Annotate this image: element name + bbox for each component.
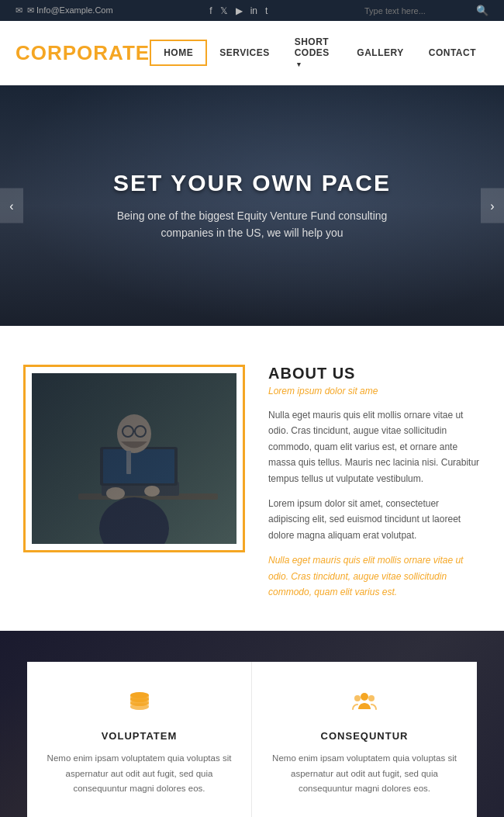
svg-rect-3 bbox=[102, 482, 179, 496]
search-input[interactable] bbox=[364, 6, 471, 16]
twitter-icon[interactable]: 𝕏 bbox=[220, 5, 228, 16]
svg-rect-2 bbox=[78, 493, 218, 500]
svg-rect-5 bbox=[103, 449, 174, 483]
about-image-frame bbox=[23, 365, 245, 552]
users-icon bbox=[271, 689, 457, 719]
feature-desc-1: Nemo enim ipsam voluptatem quia voluptas… bbox=[47, 751, 232, 797]
hero-content: SET YOUR OWN PACE Being one of the bigge… bbox=[50, 170, 454, 242]
about-subtitle: Lorem ipsum dolor sit ame bbox=[268, 386, 481, 396]
nav-gallery[interactable]: GALLERY bbox=[344, 41, 416, 64]
hero-title: SET YOUR OWN PACE bbox=[97, 170, 407, 196]
top-bar-email: ✉ ✉ Info@Example.Com bbox=[16, 5, 113, 16]
facebook-icon[interactable]: f bbox=[209, 5, 212, 16]
logo: CORPORATE bbox=[16, 41, 150, 65]
svg-point-17 bbox=[130, 704, 149, 710]
about-image bbox=[32, 373, 236, 544]
feature-desc-2: Nemo enim ipsam voluptatem quia voluptas… bbox=[271, 751, 457, 797]
feature-title-1: VOLUPTATEM bbox=[47, 730, 232, 742]
features-section: VOLUPTATEM Nemo enim ipsam voluptatem qu… bbox=[0, 631, 504, 817]
svg-rect-4 bbox=[100, 447, 178, 486]
svg-point-6 bbox=[99, 497, 169, 544]
nav-services[interactable]: SERVICES bbox=[207, 41, 281, 64]
about-heading: ABOUT US bbox=[268, 365, 481, 383]
svg-point-19 bbox=[354, 695, 361, 701]
svg-rect-1 bbox=[32, 373, 236, 544]
about-section: ABOUT US Lorem ipsum dolor sit ame Nulla… bbox=[0, 326, 504, 631]
svg-point-10 bbox=[144, 486, 160, 497]
nav-contact[interactable]: CONTACT bbox=[416, 41, 488, 64]
social-links: f 𝕏 ▶ in t bbox=[209, 5, 268, 16]
about-para-italic: Nulla eget mauris quis elit mollis ornar… bbox=[268, 552, 481, 600]
email-icon: ✉ bbox=[16, 5, 22, 16]
hero-subtitle: Being one of the biggest Equity Venture … bbox=[97, 207, 407, 242]
tumblr-icon[interactable]: t bbox=[265, 5, 268, 16]
about-para-1: Nulla eget mauris quis elit mollis ornar… bbox=[268, 407, 481, 486]
email-text: ✉ Info@Example.Com bbox=[27, 5, 113, 16]
feature-title-2: CONSEQUNTUR bbox=[271, 730, 457, 742]
feature-voluptatem: VOLUPTATEM Nemo enim ipsam voluptatem qu… bbox=[27, 662, 252, 817]
chevron-down-icon: ▾ bbox=[297, 61, 302, 68]
header: CORPORATE HOME SERVICES SHORT CODES ▾ GA… bbox=[0, 21, 504, 85]
hero-next-button[interactable]: › bbox=[481, 189, 504, 223]
svg-point-9 bbox=[106, 487, 125, 500]
search-bar[interactable]: 🔍 bbox=[364, 5, 488, 16]
svg-point-20 bbox=[368, 695, 375, 701]
hero-section: ‹ SET YOUR OWN PACE Being one of the big… bbox=[0, 85, 504, 326]
svg-point-18 bbox=[361, 693, 368, 701]
about-photo bbox=[32, 373, 236, 544]
svg-rect-0 bbox=[32, 373, 236, 544]
main-nav: HOME SERVICES SHORT CODES ▾ GALLERY CONT… bbox=[150, 30, 488, 75]
about-para-2: Lorem ipsum dolor sit amet, consectetuer… bbox=[268, 496, 481, 543]
svg-point-7 bbox=[117, 414, 151, 453]
svg-point-12 bbox=[135, 426, 146, 437]
search-icon[interactable]: 🔍 bbox=[476, 5, 488, 16]
top-bar: ✉ ✉ Info@Example.Com f 𝕏 ▶ in t 🔍 bbox=[0, 0, 504, 21]
about-text-block: ABOUT US Lorem ipsum dolor sit ame Nulla… bbox=[268, 365, 481, 600]
svg-point-11 bbox=[123, 426, 133, 437]
feature-consequntur: CONSEQUNTUR Nemo enim ipsam voluptatem q… bbox=[252, 662, 477, 817]
nav-short-codes[interactable]: SHORT CODES ▾ bbox=[282, 30, 345, 75]
nav-home[interactable]: HOME bbox=[150, 40, 207, 66]
linkedin-icon[interactable]: in bbox=[250, 5, 257, 16]
hero-prev-button[interactable]: ‹ bbox=[0, 189, 23, 223]
features-grid: VOLUPTATEM Nemo enim ipsam voluptatem qu… bbox=[27, 662, 477, 817]
svg-rect-8 bbox=[126, 451, 131, 474]
database-icon bbox=[47, 689, 232, 719]
features-card: VOLUPTATEM Nemo enim ipsam voluptatem qu… bbox=[27, 662, 477, 817]
youtube-icon[interactable]: ▶ bbox=[236, 5, 243, 16]
